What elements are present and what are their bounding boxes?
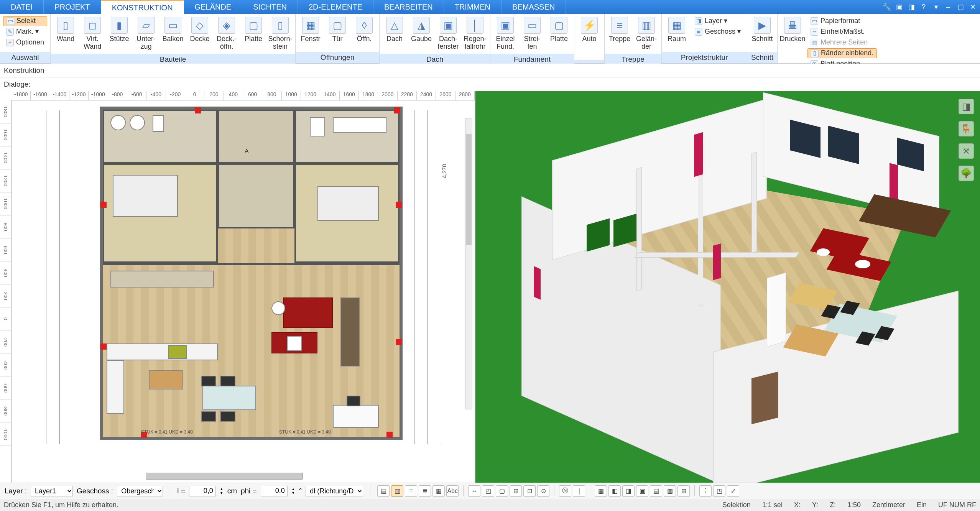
toolbar-icon-18[interactable]: ▤ [650, 485, 662, 497]
option-bar: Layer : Layer1 Geschoss : Obergesche l =… [0, 483, 980, 499]
ribbon-wand[interactable]: ▯Wand [53, 15, 78, 44]
toolbar-icon-2[interactable]: ≡ [405, 485, 417, 497]
cascade-icon[interactable]: ◨ [906, 2, 916, 12]
ribbon-auto[interactable]: ⚡Auto [577, 15, 602, 44]
status-selektion: Selektion [722, 501, 751, 509]
toolbar-icon-4[interactable]: ▦ [432, 485, 445, 497]
window-icon[interactable]: ▣ [894, 2, 904, 12]
maximize-icon[interactable]: ▢ [955, 2, 965, 12]
minimize-icon[interactable]: – [943, 2, 953, 12]
toolbar-icon-19[interactable]: ▥ [664, 485, 676, 497]
tab-2delemente[interactable]: 2D-ELEMENTE [298, 0, 373, 14]
toolbar-icon-3[interactable]: ≣ [419, 485, 431, 497]
ribbon-balken[interactable]: ▭Balken [160, 15, 186, 44]
ribbon-papierformat[interactable]: ▭Papierformat [807, 16, 877, 26]
tab-konstruktion[interactable]: KONSTRUKTION [101, 0, 184, 14]
label-stuk: STUK = 0,41 UKD = 3,40 [141, 429, 193, 435]
status-sel: 1:1 sel [762, 501, 783, 509]
tab-bemassen[interactable]: BEMASSEN [502, 0, 566, 14]
ribbon-platte2[interactable]: ▢Platte [546, 15, 572, 44]
ribbon-decke[interactable]: ◇Decke [187, 15, 212, 44]
ribbon-streifen[interactable]: ▭Strei-fen [520, 15, 545, 52]
help-icon[interactable]: ? [919, 2, 929, 12]
toolbar-icon-20[interactable]: ⊞ [677, 485, 690, 497]
scrollbar-vertical[interactable] [465, 118, 472, 409]
furniture-icon[interactable]: 🪑 [959, 121, 974, 136]
toolbar-icon-6[interactable]: ↔ [468, 485, 480, 497]
layer-select[interactable]: Layer1 [31, 486, 73, 496]
sink-icon [130, 115, 145, 130]
tab-gelaende[interactable]: GELÄNDE [184, 0, 243, 14]
toolbar-icon-16[interactable]: ◨ [622, 485, 635, 497]
toolbar-icon-10[interactable]: ⊡ [523, 485, 536, 497]
direction-select[interactable]: dl (Richtung/Di [306, 486, 363, 496]
dropdown-icon[interactable]: ▾ [931, 2, 941, 12]
toolbar-icon-9[interactable]: ⊞ [510, 485, 522, 497]
toolbar-icon-1[interactable]: ▥ [391, 485, 403, 497]
orbit-icon[interactable]: ⤧ [959, 143, 974, 159]
ribbon-geschoss-dd[interactable]: ≣Geschoss ▾ [692, 27, 744, 37]
ribbon-oeffn[interactable]: ◊Öffn. [352, 15, 377, 44]
ribbon-stuetze[interactable]: ▮Stütze [107, 15, 132, 44]
ribbon-einzelfund[interactable]: ▣EinzelFund. [493, 15, 518, 52]
ribbon-raender[interactable]: ▯Ränder einblend. [807, 48, 877, 58]
status-help: Drücken Sie F1, um Hilfe zu erhalten. [4, 501, 118, 509]
view-2d[interactable]: -1800-1600-1400-1200-1000-800-600-400-20… [0, 91, 475, 483]
toolbar-icon-17[interactable]: ▣ [636, 485, 648, 497]
ribbon-treppe[interactable]: ≡Treppe [607, 15, 632, 44]
room-closet [218, 163, 294, 228]
tab-projekt[interactable]: PROJEKT [44, 0, 101, 14]
toolbar-icon-5[interactable]: Abc [446, 485, 459, 497]
ribbon-platte[interactable]: ▢Platte [241, 15, 266, 44]
view-3d[interactable]: ◨ 🪑 ⤧ 🌳 [475, 91, 980, 483]
toolbar-icon-21[interactable]: ⋮ [699, 485, 712, 497]
ribbon-mehrere[interactable]: ▦Mehrere Seiten [807, 38, 877, 48]
ribbon-select[interactable]: ▭Selekt [3, 16, 47, 26]
toolbar-icon-11[interactable]: ⊙ [537, 485, 549, 497]
toolbar-icon-13[interactable]: ❘ [573, 485, 585, 497]
ribbon-options[interactable]: ＋Optionen [3, 38, 47, 48]
ribbon-einheit[interactable]: ↔Einheit/Maßst. [807, 27, 877, 37]
ribbon-regenfallrohr[interactable]: │Regen-fallrohr [462, 15, 488, 52]
toilet-icon [153, 115, 164, 132]
ribbon-virt-wand[interactable]: ◻Virt.Wand [80, 15, 105, 52]
ribbon-dach[interactable]: △Dach [382, 15, 407, 44]
toolbar-icon-8[interactable]: ▢ [496, 485, 508, 497]
close-icon[interactable]: ✕ [968, 2, 978, 12]
geschoss-select[interactable]: Obergesche [117, 486, 163, 496]
ribbon: ▭Selekt✎Mark. ▾＋OptionenAuswahl▯Wand◻Vir… [0, 14, 980, 64]
scrollbar-horizontal[interactable] [146, 473, 303, 480]
toolbar-icon-0[interactable]: ▤ [377, 485, 390, 497]
tree-icon[interactable]: 🌳 [959, 166, 974, 181]
ribbon-dachfenster[interactable]: ▣Dach-fenster [436, 15, 461, 52]
ribbon-gelaender[interactable]: ▥Gelän-der [634, 15, 659, 52]
toolbar-icon-22[interactable]: ◳ [713, 485, 725, 497]
ribbon-gaube[interactable]: ◮Gaube [409, 15, 434, 44]
phi-input[interactable] [261, 486, 288, 496]
tab-trimmen[interactable]: TRIMMEN [444, 0, 502, 14]
ruler-horizontal: -1800-1600-1400-1200-1000-800-600-400-20… [12, 91, 475, 100]
toolbar-icon-14[interactable]: ▦ [595, 485, 607, 497]
ribbon-unterzug[interactable]: ▱Unter-zug [133, 15, 159, 52]
ribbon-schornstein[interactable]: ▯Schorn-stein [268, 15, 293, 52]
tool-icon[interactable]: 🔧 [882, 2, 892, 12]
toolbar-icon-7[interactable]: ◰ [482, 485, 494, 497]
ribbon-mark[interactable]: ✎Mark. ▾ [3, 27, 47, 37]
length-input[interactable] [189, 486, 216, 496]
ribbon-fenster[interactable]: ▦Fenstr [298, 15, 323, 44]
layers-icon[interactable]: ◨ [959, 99, 974, 114]
ribbon-drucken[interactable]: 🖶Drucken [780, 15, 805, 44]
ribbon-tuer[interactable]: ▢Tür [325, 15, 350, 44]
toolbar-icon-23[interactable]: ⤢ [727, 485, 739, 497]
ribbon-deckoeffn[interactable]: ◈Deck.-öffn. [214, 15, 239, 52]
ribbon-raum[interactable]: ▦Raum [664, 15, 689, 44]
toolbar-icon-12[interactable]: Ⓝ [559, 485, 571, 497]
tab-sichten[interactable]: SICHTEN [242, 0, 298, 14]
floor-plan[interactable]: STUK = 0,41 UKD = 3,40 STUK = 0,41 UKD =… [100, 107, 403, 440]
ruler-vertical: 180016001400120010008006004002000-200-40… [0, 100, 12, 483]
toolbar-icon-15[interactable]: ◧ [608, 485, 621, 497]
tab-bearbeiten[interactable]: BEARBEITEN [373, 0, 444, 14]
tab-datei[interactable]: DATEI [0, 0, 44, 14]
ribbon-layer-dd[interactable]: ◨Layer ▾ [692, 16, 744, 26]
ribbon-schnitt[interactable]: ▶Schnitt [750, 15, 775, 44]
